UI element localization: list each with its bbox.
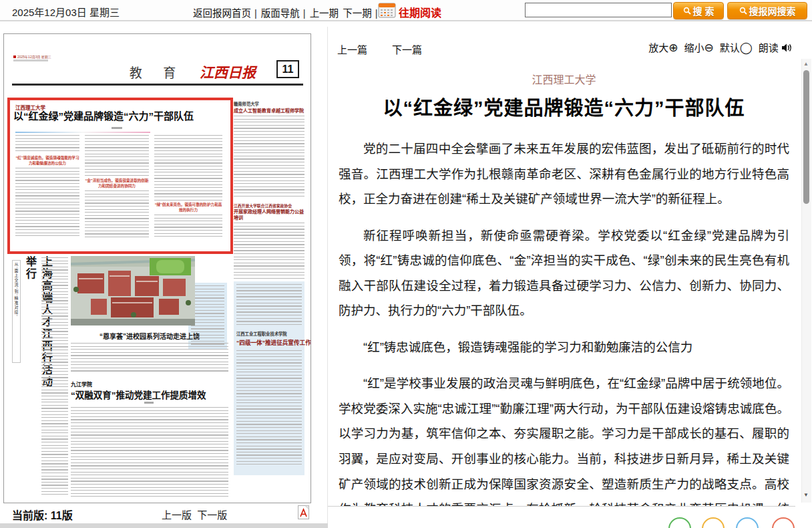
article1-headline[interactable]: 成立人工智能教育卓越工程师学院 (234, 107, 304, 114)
zoom-in-button[interactable]: 放大⊕ (648, 40, 678, 54)
header-rule (12, 84, 303, 86)
scrollbar-thumb[interactable] (803, 70, 809, 204)
share-qq-button[interactable] (736, 517, 759, 528)
search-input[interactable] (525, 3, 672, 17)
article5-kicker: 九江学院 (71, 380, 92, 388)
mini-subhead: “红”铸忠诚底色，锻造铸魂强能的学习力和勤勉廉洁的公信力 (15, 156, 79, 166)
nav-prev-issue-link[interactable]: 上一期 (310, 8, 339, 19)
page-preview: 2025年12月3日 星期三 教 育 江西日报 11 江西理工大学 以“红金绿”… (3, 33, 311, 503)
article5-headline[interactable]: “双融双育”推动党建工作提质增效 (71, 388, 206, 401)
mini-text-lines (15, 168, 79, 239)
share-more-button[interactable] (772, 517, 795, 528)
nav-next-issue-link[interactable]: 下一期 (343, 8, 372, 19)
reader-toolbar: 上一篇 下一篇 放大⊕ 缩小⊖ 默认◯ 朗读 (328, 37, 799, 59)
prev-article-link[interactable]: 上一篇 (337, 42, 367, 56)
article-paragraph: 新征程呼唤新担当，新使命亟需硬脊梁。学校党委以“红金绿”党建品牌为引领，将“红”… (339, 223, 789, 323)
article6-headline[interactable]: “四级一体”推进征兵宣传工作 (236, 338, 302, 346)
zoom-out-button[interactable]: 缩小⊖ (684, 40, 714, 54)
nav-page-nav-link[interactable]: 版面导航 (261, 8, 300, 19)
nav-home-link[interactable]: 返回报网首页 (193, 8, 251, 19)
paper-section-title: 教 育 (97, 63, 217, 81)
scrollbar[interactable]: ▲ ▼ (801, 59, 811, 503)
nav-separator: | (303, 8, 306, 19)
mini-text-lines (85, 190, 149, 239)
search-icon (739, 7, 747, 15)
current-page-label: 当前版: 11版 (12, 507, 73, 523)
archive-link[interactable]: 往期阅读 (399, 4, 441, 20)
site-search-button[interactable]: 搜报网搜索 (727, 2, 807, 19)
bottom-strip (0, 523, 328, 528)
article-paragraph: 党的二十届四中全会擘画了未来五年发展的宏伟蓝图，发出了砥砺前行的时代强音。江西理… (339, 136, 789, 212)
article6-kicker: 江西工业工程职业技术学院 (236, 331, 302, 337)
top-bar: 2025年12月03日 星期三 返回报网首页| 版面导航| 上一期 下一期| 往… (0, 0, 812, 21)
zoom-in-icon: ⊕ (668, 41, 678, 54)
article3-subtitle: 从“面上交流”到“精准对接” (12, 260, 21, 363)
issue-date: 2025年12月03日 星期三 (12, 5, 120, 19)
zoom-out-icon: ⊖ (704, 41, 714, 54)
mini-text-lines (41, 257, 68, 495)
red-square-marker (13, 55, 16, 58)
article-view: 江西理工大学 以“红金绿”党建品牌锻造“六力”干部队伍 党的二十届四中全会擘画了… (328, 59, 800, 506)
highlighted-article-region[interactable]: 江西理工大学 以“红金绿”党建品牌锻造“六力”干部队伍 “红”铸忠诚底色，锻造铸… (7, 98, 233, 254)
mini-text-lines (234, 116, 304, 199)
next-page-link[interactable]: 下一版 (197, 509, 227, 521)
content-divider (328, 506, 795, 507)
paper-masthead-logo: 江西日报 (200, 61, 256, 82)
article-subhead: “红”铸忠诚底色，锻造铸魂强能的学习力和勤勉廉洁的公信力 (339, 335, 789, 360)
mini-text-lines (234, 223, 304, 279)
article-title: 以“红金绿”党建品牌锻造“六力”干部队伍 (337, 92, 791, 120)
pdf-icon[interactable] (298, 505, 309, 519)
scroll-down-arrow-icon[interactable]: ▼ (803, 492, 809, 498)
zoom-default-icon: ◯ (740, 41, 753, 54)
nav-separator: | (375, 8, 378, 19)
share-wechat-button[interactable] (668, 517, 691, 528)
gradient-rule (15, 132, 150, 133)
mini-subhead: “绿”创未来亮色，锻造可靠的防护力和高效的执行力 (154, 203, 222, 213)
mini-text-lines (71, 343, 228, 372)
article1-kicker: 赣南师范大学 (234, 101, 259, 107)
article-kicker: 江西理工大学 (328, 71, 800, 87)
nav-separator: | (254, 8, 257, 19)
mini-text-lines (236, 350, 302, 467)
mini-text-lines (236, 284, 302, 327)
mini-text-lines (71, 407, 228, 497)
top-nav: 返回报网首页| 版面导航| 上一期 下一期| (193, 5, 379, 19)
byline-placeholder (112, 127, 122, 129)
search-icon (683, 7, 691, 15)
search-button-label: 搜 索 (693, 4, 715, 17)
scroll-up-arrow-icon[interactable]: ▲ (803, 61, 809, 67)
current-page-value: 11版 (51, 510, 73, 521)
byline-placeholder (144, 402, 154, 404)
read-aloud-button[interactable]: 朗读 (759, 40, 793, 54)
mini-text-lines (154, 135, 222, 201)
mini-text-lines (15, 135, 79, 154)
paper-page-number: 11 (276, 60, 299, 78)
search-button[interactable]: 搜 索 (673, 2, 724, 19)
next-article-link[interactable]: 下一篇 (392, 42, 422, 56)
campus-photo (71, 256, 195, 325)
calendar-icon[interactable] (378, 2, 396, 18)
mini-column: “红”铸忠诚底色，锻造铸魂强能的学习力和勤勉廉洁的公信力 (15, 135, 79, 246)
article-body: 党的二十届四中全会擘画了未来五年发展的宏伟蓝图，发出了砥砺前行的时代强音。江西理… (328, 136, 800, 506)
article-paragraph: “红”是学校事业发展的政治灵魂与鲜明底色，在“红金绿”品牌中居于统领地位。学校党… (339, 371, 789, 506)
article4-headline[interactable]: “恩享荟”进校园系列活动走进上饶 (71, 331, 228, 341)
mini-text-lines (85, 135, 149, 176)
mini-column: “金”淬担当成色，锻造锐意进取的创新力和团结奋进的协同力 (85, 135, 149, 246)
reader-controls: 放大⊕ 缩小⊖ 默认◯ 朗读 (648, 40, 793, 54)
mini-subhead: “金”淬担当成色，锻造锐意进取的创新力和团结奋进的协同力 (85, 178, 149, 188)
mini-column: “绿”创未来亮色，锻造可靠的防护力和高效的执行力 (154, 135, 222, 246)
paper-date-line: 2025年12月3日 星期三 (13, 54, 51, 59)
site-search-button-label: 搜报网搜索 (749, 4, 796, 17)
article2-headline[interactable]: 开展家政经理人网络营销能力公益培训 (234, 209, 304, 221)
share-weibo-button[interactable] (702, 517, 725, 528)
highlight-headline: 以“红金绿”党建品牌锻造“六力”干部队伍 (13, 110, 227, 122)
zoom-default-button[interactable]: 默认◯ (720, 40, 753, 54)
article2-kicker: 江西开放大学联合江西省家政协会 (234, 203, 292, 209)
article6-block: 江西工业工程职业技术学院 “四级一体”推进征兵宣传工作 (234, 281, 304, 475)
page-nav: 上一版 下一版 (162, 507, 227, 521)
speaker-icon (781, 43, 793, 53)
paper-contact-line-placeholder (13, 59, 48, 61)
prev-page-link[interactable]: 上一版 (162, 509, 192, 521)
mini-text-lines (154, 215, 222, 239)
